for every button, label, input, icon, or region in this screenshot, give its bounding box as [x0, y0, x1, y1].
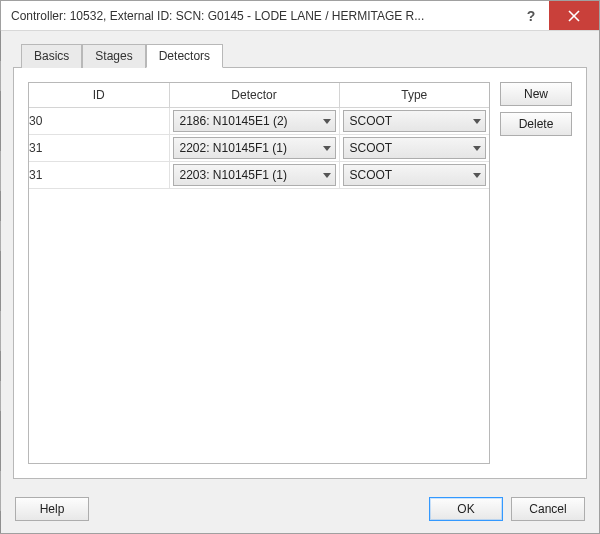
chevron-down-icon	[323, 146, 331, 151]
detector-combo[interactable]: 2203: N10145F1 (1)	[173, 164, 336, 186]
chevron-down-icon	[473, 146, 481, 151]
chevron-down-icon	[473, 119, 481, 124]
id-cell[interactable]: 30	[29, 108, 169, 135]
type-combo[interactable]: SCOOT	[343, 164, 487, 186]
side-button-column: New Delete	[500, 82, 572, 464]
detectors-grid: ID Detector Type 302186: N10145E1 (2)SCO…	[28, 82, 490, 464]
grid-header-row: ID Detector Type	[29, 83, 489, 108]
table-row[interactable]: 312202: N10145F1 (1)SCOOT	[29, 135, 489, 162]
type-combo[interactable]: SCOOT	[343, 110, 487, 132]
detector-combo[interactable]: 2186: N10145E1 (2)	[173, 110, 336, 132]
table-row[interactable]: 302186: N10145E1 (2)SCOOT	[29, 108, 489, 135]
id-value: 30	[29, 114, 42, 128]
close-button[interactable]	[549, 1, 599, 30]
help-icon[interactable]: ?	[513, 1, 549, 30]
id-cell[interactable]: 31	[29, 162, 169, 189]
tab-label: Basics	[34, 49, 69, 63]
dialog-window: Controller: 10532, External ID: SCN: G01…	[0, 0, 600, 534]
tab-label: Detectors	[159, 49, 210, 63]
titlebar: Controller: 10532, External ID: SCN: G01…	[1, 1, 599, 31]
ok-button[interactable]: OK	[429, 497, 503, 521]
dialog-footer: Help OK Cancel	[1, 487, 599, 533]
close-icon	[568, 10, 580, 22]
detector-value: 2186: N10145E1 (2)	[180, 114, 319, 128]
chevron-down-icon	[323, 119, 331, 124]
id-value: 31	[29, 168, 42, 182]
delete-button[interactable]: Delete	[500, 112, 572, 136]
tab-detectors[interactable]: Detectors	[146, 44, 223, 68]
type-value: SCOOT	[350, 141, 470, 155]
col-detector[interactable]: Detector	[169, 83, 339, 108]
detector-combo[interactable]: 2202: N10145F1 (1)	[173, 137, 336, 159]
col-id[interactable]: ID	[29, 83, 169, 108]
help-button[interactable]: Help	[15, 497, 89, 521]
chevron-down-icon	[473, 173, 481, 178]
id-cell[interactable]: 31	[29, 135, 169, 162]
id-value: 31	[29, 141, 42, 155]
tab-basics[interactable]: Basics	[21, 44, 82, 68]
col-type[interactable]: Type	[339, 83, 489, 108]
tab-pane-detectors: ID Detector Type 302186: N10145E1 (2)SCO…	[13, 67, 587, 479]
tab-strip: Basics Stages Detectors	[13, 43, 587, 67]
titlebar-buttons: ?	[513, 1, 599, 30]
chevron-down-icon	[323, 173, 331, 178]
tab-stages[interactable]: Stages	[82, 44, 145, 68]
detector-value: 2202: N10145F1 (1)	[180, 141, 319, 155]
detector-value: 2203: N10145F1 (1)	[180, 168, 319, 182]
new-button[interactable]: New	[500, 82, 572, 106]
client-area: Basics Stages Detectors	[1, 31, 599, 487]
window-title: Controller: 10532, External ID: SCN: G01…	[11, 9, 513, 23]
tab-label: Stages	[95, 49, 132, 63]
table-row[interactable]: 312203: N10145F1 (1)SCOOT	[29, 162, 489, 189]
type-value: SCOOT	[350, 114, 470, 128]
cancel-button[interactable]: Cancel	[511, 497, 585, 521]
decorative-strip	[0, 31, 1, 533]
type-value: SCOOT	[350, 168, 470, 182]
type-combo[interactable]: SCOOT	[343, 137, 487, 159]
